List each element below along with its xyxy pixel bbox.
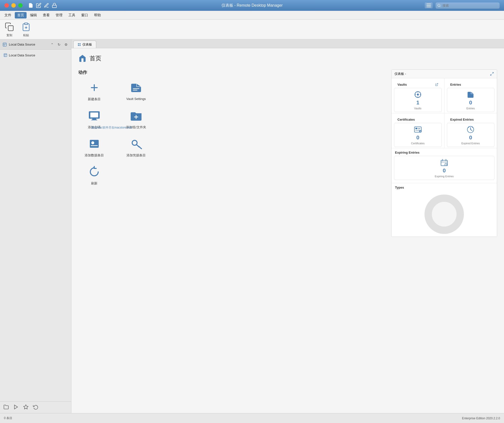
- svg-rect-29: [90, 140, 99, 148]
- footer-play-button[interactable]: [13, 404, 19, 410]
- edit-icon: [36, 3, 41, 8]
- menu-view[interactable]: 查看: [40, 12, 52, 18]
- svg-rect-55: [441, 160, 447, 166]
- expired-entries-icon: [467, 126, 474, 133]
- minimize-button[interactable]: [11, 3, 16, 8]
- svg-point-63: [432, 202, 457, 227]
- menu-file[interactable]: 文件: [2, 12, 14, 18]
- copy-button[interactable]: 复制: [4, 21, 15, 37]
- vaults-link-icon[interactable]: [435, 83, 438, 86]
- action-add-session[interactable]: 添加会话: [78, 108, 110, 130]
- svg-rect-7: [25, 23, 28, 24]
- status-bar: 0 条目 Enterprise Edition 2020.2.2.0: [0, 413, 504, 423]
- window-controls: [4, 3, 57, 8]
- close-button[interactable]: [4, 3, 9, 8]
- dash-types-section: Types: [392, 183, 497, 237]
- entries-title: Entries: [450, 83, 461, 86]
- expiring-entries-icon: [440, 159, 448, 166]
- certificates-card-icon: [414, 126, 422, 133]
- entries-count: 0: [469, 99, 472, 106]
- sidebar-nav-up[interactable]: ⌃: [50, 42, 55, 47]
- action-refresh[interactable]: 刷新: [78, 164, 110, 186]
- svg-point-30: [91, 141, 94, 144]
- datasource-icon: [2, 42, 7, 47]
- dash-certs-expired-section: Certificates: [392, 113, 497, 148]
- svg-point-4: [438, 4, 440, 6]
- menu-window[interactable]: 窗口: [79, 12, 91, 18]
- svg-line-5: [440, 6, 441, 7]
- sidebar-toggle-button[interactable]: [425, 2, 433, 8]
- refresh-icon: [87, 164, 102, 179]
- vaults-card-icon: [414, 91, 422, 98]
- sidebar-item-local-data-source[interactable]: Local Data Source: [0, 52, 71, 59]
- svg-rect-16: [78, 45, 79, 46]
- maximize-button[interactable]: [18, 3, 23, 8]
- vaults-count: 1: [416, 99, 419, 106]
- page-title: 首页: [90, 54, 101, 62]
- sidebar-item-label: Local Data Source: [9, 53, 35, 57]
- tab-bar: 仪表板: [71, 39, 504, 48]
- certificates-label: Certificates: [411, 142, 425, 145]
- action-grid: 新建条目 V: [78, 80, 383, 186]
- svg-rect-14: [78, 43, 79, 44]
- copy-icon: [4, 21, 15, 32]
- svg-rect-26: [91, 120, 97, 120]
- dashboard-panel-header: 仪表板 -: [392, 70, 497, 78]
- add-data-label: 添加数据条目: [85, 153, 104, 158]
- paste-label: 粘贴: [23, 33, 29, 37]
- action-add-credential[interactable]: 添加凭据条目: [120, 136, 152, 158]
- action-new-entry[interactable]: 新建条目: [78, 80, 110, 101]
- add-data-icon: [87, 136, 102, 151]
- home-icon: [78, 54, 87, 63]
- dashboard-tab-icon: [78, 43, 81, 46]
- expired-entries-label: Expired Entries: [461, 142, 480, 145]
- sidebar-refresh[interactable]: ↻: [57, 42, 62, 47]
- menu-home[interactable]: 首页: [15, 12, 27, 18]
- search-icon: [437, 4, 441, 7]
- new-entry-icon: [87, 80, 102, 95]
- dashboard-panel-expand-icon[interactable]: [490, 72, 494, 76]
- search-input[interactable]: [436, 2, 500, 9]
- certificates-card: 0 Certificates: [394, 123, 442, 147]
- add-session-label: 添加会话: [88, 125, 101, 130]
- footer-history-button[interactable]: [33, 404, 38, 410]
- svg-rect-31: [91, 145, 98, 146]
- action-add-group[interactable]: 添加组/文件夹: [120, 108, 152, 130]
- sidebar: Local Data Source ⌃ ↻ ⚙ Local Data Sourc…: [0, 39, 71, 413]
- edition-info: Enterprise Edition 2020.2.2.0: [462, 417, 500, 420]
- search-wrapper: [436, 2, 500, 9]
- expiring-entries-count: 0: [443, 167, 446, 174]
- page-title-row: 首页: [78, 54, 497, 63]
- sidebar-datasource-icon: [3, 53, 7, 57]
- svg-rect-6: [8, 26, 13, 31]
- footer-folder-button[interactable]: [3, 404, 9, 410]
- menu-manage[interactable]: 管理: [53, 12, 65, 18]
- tab-dashboard[interactable]: 仪表板: [73, 41, 96, 48]
- svg-point-39: [417, 94, 419, 96]
- sidebar-title: Local Data Source: [9, 43, 48, 46]
- svg-marker-12: [15, 405, 18, 409]
- entries-label: Entries: [466, 107, 475, 110]
- vaults-header: Vaults: [394, 80, 442, 88]
- vaults-title: Vaults: [397, 83, 407, 86]
- add-credential-label: 添加凭据条目: [126, 153, 146, 158]
- entries-header: Entries: [447, 80, 495, 88]
- dashboard-panel: 仪表板 - Vaults: [391, 69, 497, 237]
- footer-star-button[interactable]: [23, 404, 29, 410]
- copy-label: 复制: [6, 33, 12, 37]
- menu-edit[interactable]: 编辑: [28, 12, 39, 18]
- types-header: Types: [392, 183, 497, 191]
- content-area: 首页 动作: [71, 48, 504, 413]
- tab-dashboard-label: 仪表板: [82, 42, 92, 47]
- menu-tools[interactable]: 工具: [66, 12, 78, 18]
- action-add-data[interactable]: 添加数据条目: [78, 136, 110, 158]
- main-layout: Local Data Source ⌃ ↻ ⚙ Local Data Sourc…: [0, 39, 504, 413]
- item-count: 0 条目: [4, 416, 12, 420]
- action-vault-settings[interactable]: Vault Settings: [120, 80, 152, 101]
- refresh-label: 刷新: [91, 181, 97, 186]
- paste-button[interactable]: 粘贴: [21, 21, 32, 37]
- menu-help[interactable]: 帮助: [92, 12, 103, 18]
- new-entry-label: 新建条目: [88, 97, 101, 101]
- entries-card: 0 Entries: [447, 88, 495, 112]
- sidebar-settings[interactable]: ⚙: [63, 42, 69, 47]
